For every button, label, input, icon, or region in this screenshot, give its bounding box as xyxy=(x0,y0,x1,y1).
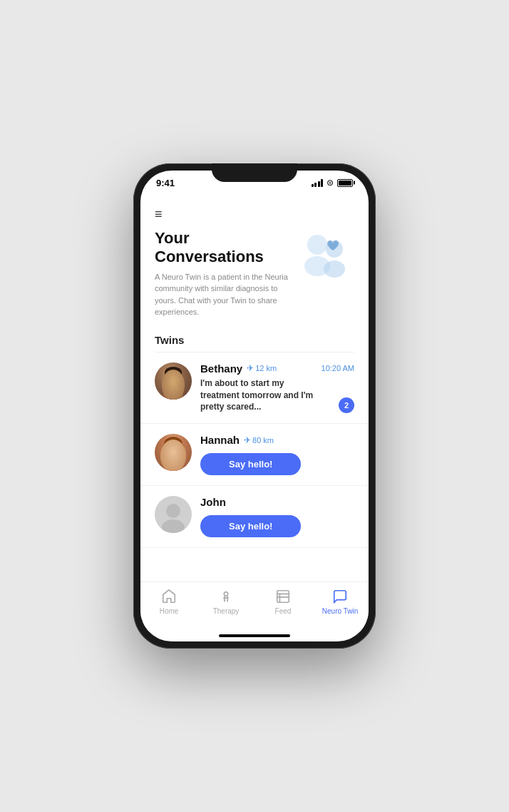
conv-header-john: John xyxy=(200,496,354,508)
conv-name-row-bethany: Bethany ✈ 12 km xyxy=(200,362,277,375)
conversation-hannah[interactable]: Hannah ✈ 80 km Say hello! xyxy=(140,424,369,486)
svg-point-13 xyxy=(162,444,168,458)
svg-point-3 xyxy=(324,260,345,278)
battery-icon xyxy=(337,179,353,187)
therapy-icon xyxy=(218,588,234,605)
nav-item-therapy[interactable]: Therapy xyxy=(197,588,254,615)
hero-text: Your Conversations A Neuro Twin is a pat… xyxy=(155,229,297,318)
svg-point-17 xyxy=(224,592,228,597)
screen-content: ≡ Your Conversations A Neuro Twin is a p… xyxy=(140,202,369,582)
neurotwin-icon xyxy=(332,588,348,605)
conv-body-bethany: Bethany ✈ 12 km 10:20 AM I'm about to st… xyxy=(200,362,354,413)
say-hello-hannah-button[interactable]: Say hello! xyxy=(200,453,301,475)
timestamp-bethany: 10:20 AM xyxy=(322,364,354,372)
conv-name-hannah: Hannah xyxy=(200,434,240,446)
svg-point-11 xyxy=(163,458,183,471)
avatar-bethany xyxy=(155,362,192,400)
conversation-john[interactable]: John Say hello! xyxy=(140,486,369,548)
conv-name-row-hannah: Hannah ✈ 80 km xyxy=(200,434,274,446)
nav-label-feed: Feed xyxy=(275,607,292,615)
status-icons: ⊜ xyxy=(312,178,354,188)
conv-name-bethany: Bethany xyxy=(200,362,242,375)
svg-point-14 xyxy=(179,444,185,458)
signal-icon xyxy=(312,179,324,187)
svg-point-0 xyxy=(307,235,327,255)
conv-name-row-john: John xyxy=(200,496,226,508)
avatar-hannah xyxy=(155,434,192,471)
svg-point-15 xyxy=(166,504,180,518)
page-title: Your Conversations xyxy=(155,229,290,267)
home-indicator xyxy=(219,634,290,637)
svg-rect-18 xyxy=(277,591,289,603)
notch xyxy=(212,163,297,182)
status-time: 9:41 xyxy=(156,178,175,188)
phone-frame: 9:41 ⊜ ≡ Your C xyxy=(133,163,376,649)
svg-point-12 xyxy=(164,437,182,451)
svg-point-8 xyxy=(165,367,182,378)
hero-illustration xyxy=(297,229,354,286)
location-icon-hannah: ✈ xyxy=(244,435,251,445)
nav-item-home[interactable]: Home xyxy=(140,588,197,615)
twins-section-label: Twins xyxy=(140,330,369,352)
home-icon xyxy=(161,588,177,605)
conv-preview-bethany: I'm about to start my treatment tomorrow… xyxy=(200,377,319,413)
location-icon-bethany: ✈ xyxy=(247,363,254,373)
nav-label-neurotwin: Neuro Twin xyxy=(322,607,358,615)
distance-bethany: 12 km xyxy=(255,364,277,372)
nav-label-home: Home xyxy=(160,607,179,615)
feed-icon xyxy=(275,588,291,605)
conv-message-row-bethany: I'm about to start my treatment tomorrow… xyxy=(200,377,354,413)
conversation-bethany[interactable]: Bethany ✈ 12 km 10:20 AM I'm about to st… xyxy=(140,352,369,424)
say-hello-john-button[interactable]: Say hello! xyxy=(200,515,301,537)
hero-section: Your Conversations A Neuro Twin is a pat… xyxy=(155,229,354,318)
hamburger-button[interactable]: ≡ xyxy=(155,208,354,220)
conv-body-hannah: Hannah ✈ 80 km Say hello! xyxy=(200,434,354,475)
conv-header-hannah: Hannah ✈ 80 km xyxy=(200,434,354,446)
conv-header-bethany: Bethany ✈ 12 km 10:20 AM xyxy=(200,362,354,375)
header: ≡ Your Conversations A Neuro Twin is a p… xyxy=(140,202,369,330)
conv-body-john: John Say hello! xyxy=(200,496,354,537)
badge-bethany: 2 xyxy=(339,397,354,413)
nav-item-neurotwin[interactable]: Neuro Twin xyxy=(312,588,369,615)
nav-item-feed[interactable]: Feed xyxy=(254,588,312,615)
svg-point-6 xyxy=(173,376,179,380)
avatar-john xyxy=(155,496,192,533)
page-subtitle: A Neuro Twin is a patient in the Neuria … xyxy=(155,271,290,318)
svg-point-10 xyxy=(165,441,182,458)
phone-screen: 9:41 ⊜ ≡ Your C xyxy=(140,171,369,641)
svg-point-16 xyxy=(162,519,185,533)
spacer xyxy=(140,548,369,582)
svg-point-5 xyxy=(168,376,173,380)
location-bethany: ✈ 12 km xyxy=(247,363,277,373)
conv-name-john: John xyxy=(200,496,226,508)
svg-rect-9 xyxy=(165,372,182,376)
bottom-nav: Home Therapy xyxy=(140,582,369,631)
location-hannah: ✈ 80 km xyxy=(244,435,274,445)
svg-point-7 xyxy=(163,387,183,400)
wifi-icon: ⊜ xyxy=(327,178,334,188)
distance-hannah: 80 km xyxy=(252,436,274,445)
svg-point-4 xyxy=(165,370,182,387)
nav-label-therapy: Therapy xyxy=(213,607,240,615)
